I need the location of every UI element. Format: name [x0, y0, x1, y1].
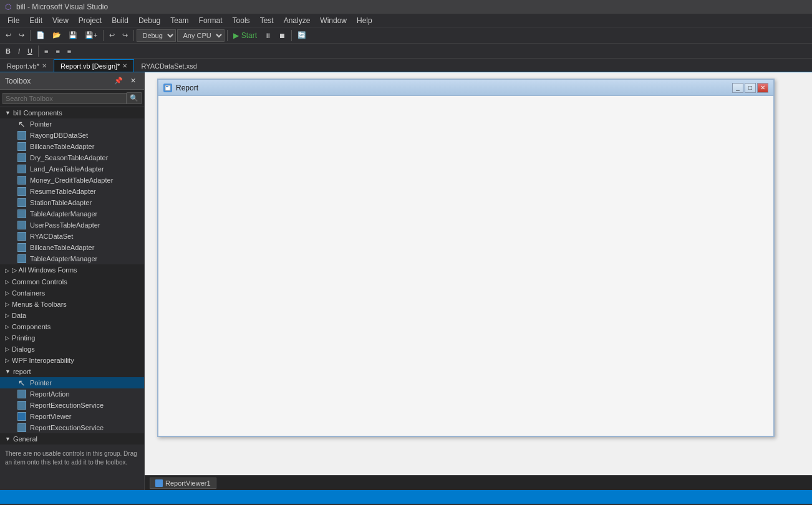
section-containers[interactable]: ▷ Containers: [0, 287, 144, 299]
menu-test[interactable]: Test: [255, 15, 279, 26]
toolbox-item-report-action[interactable]: ReportAction: [0, 388, 144, 400]
menu-edit[interactable]: Edit: [24, 15, 47, 26]
tb-save[interactable]: 💾: [65, 29, 80, 41]
debug-config-dropdown[interactable]: Debug: [137, 29, 176, 42]
menu-project[interactable]: Project: [74, 15, 107, 26]
tab-label: Report.vb*: [7, 62, 39, 70]
toolbox-item-rayong[interactable]: RayongDBDataSet: [0, 130, 144, 141]
toolbox-item-pointer-report[interactable]: ↖ Pointer: [0, 377, 144, 388]
tb-forward[interactable]: ↪: [16, 29, 27, 41]
tb2-sep1: [38, 46, 39, 57]
item-label: StationTableAdapter: [30, 199, 92, 206]
component-icon: [17, 254, 26, 263]
tb2-underline[interactable]: U: [24, 46, 36, 57]
tb-saveall[interactable]: 💾+: [82, 29, 100, 41]
start-button[interactable]: ▶ Start: [230, 29, 260, 42]
menu-view[interactable]: View: [47, 15, 74, 26]
tb2-align-center[interactable]: ≡: [52, 46, 62, 57]
item-label: ReportExecutionService: [30, 402, 104, 409]
tb-back[interactable]: ↩: [2, 29, 14, 41]
toolbox-item-ryac[interactable]: RYACDataSet: [0, 231, 144, 242]
component-icon: [17, 390, 26, 398]
vs-logo: ⬡: [5, 2, 11, 11]
toolbox-header: Toolbox 📌 ✕: [0, 72, 144, 90]
tb-refresh[interactable]: 🔄: [294, 29, 309, 41]
form-controls: _ □ ✕: [732, 83, 768, 93]
menu-file[interactable]: File: [2, 15, 24, 26]
menu-analyze[interactable]: Analyze: [279, 15, 316, 26]
tab-ryac-dataset[interactable]: RYACDataSet.xsd: [134, 59, 203, 72]
menu-window[interactable]: Window: [315, 15, 352, 26]
toolbox-item-dry-season[interactable]: Dry_SeasonTableAdapter: [0, 152, 144, 163]
form-window: Report _ □ ✕: [157, 79, 775, 437]
tb2-align-left[interactable]: ≡: [41, 46, 51, 57]
item-label: ReportExecutionService: [30, 424, 104, 431]
section-report[interactable]: ▼ report: [0, 366, 144, 377]
form-close-button[interactable]: ✕: [757, 83, 768, 93]
tb-redo[interactable]: ↪: [119, 29, 131, 41]
section-printing[interactable]: ▷ Printing: [0, 332, 144, 344]
toolbox-item-billcane1[interactable]: BillcaneTableAdapter: [0, 141, 144, 152]
toolbox-item-report-exec-svc1[interactable]: ReportExecutionService: [0, 400, 144, 411]
reportviewer1-component[interactable]: ReportViewer1: [150, 478, 216, 489]
section-arrow: ▷: [5, 346, 9, 352]
search-button[interactable]: 🔍: [127, 92, 142, 104]
section-label: Menus & Toolbars: [12, 301, 67, 308]
tab-report-design[interactable]: Report.vb [Design]* ✕: [54, 59, 134, 72]
section-common-controls[interactable]: ▷ Common Controls: [0, 276, 144, 287]
item-label: Pointer: [30, 379, 52, 387]
menu-team[interactable]: Team: [165, 15, 193, 26]
tb-undo[interactable]: ↩: [106, 29, 118, 41]
tb2-bold[interactable]: B: [2, 46, 14, 57]
menu-debug[interactable]: Debug: [133, 15, 165, 26]
menu-build[interactable]: Build: [107, 15, 133, 26]
toolbox-item-billcane2[interactable]: BillcaneTableAdapter: [0, 242, 144, 253]
tab-report-vb[interactable]: Report.vb* ✕: [0, 59, 54, 72]
toolbox-item-land-area[interactable]: Land_AreaTableAdapter: [0, 163, 144, 175]
toolbox-close[interactable]: ✕: [127, 75, 139, 87]
section-arrow: ▷: [5, 290, 9, 296]
form-body[interactable]: [158, 96, 773, 436]
toolbox-item-money-credit[interactable]: Money_CreditTableAdapter: [0, 175, 144, 186]
design-canvas[interactable]: Report _ □ ✕: [145, 72, 812, 475]
section-dialogs[interactable]: ▷ Dialogs: [0, 344, 144, 355]
menu-format[interactable]: Format: [194, 15, 228, 26]
toolbox-item-station[interactable]: StationTableAdapter: [0, 197, 144, 208]
section-menus-toolbars[interactable]: ▷ Menus & Toolbars: [0, 299, 144, 310]
tb2-align-right[interactable]: ≡: [64, 46, 74, 57]
tab-close-report-design[interactable]: ✕: [122, 62, 127, 69]
tb-new[interactable]: 📄: [33, 29, 48, 41]
section-arrow: ▷: [5, 312, 9, 319]
toolbox-item-report-viewer[interactable]: ReportViewer: [0, 411, 144, 422]
tb2-italic[interactable]: I: [15, 46, 23, 57]
section-data[interactable]: ▷ Data: [0, 310, 144, 321]
toolbox-item-pointer-bill[interactable]: ↖ Pointer: [0, 118, 144, 130]
tb-open[interactable]: 📂: [49, 29, 64, 41]
component-icon: [17, 243, 26, 252]
section-general[interactable]: ▼ General: [0, 433, 144, 445]
form-minimize-button[interactable]: _: [732, 83, 743, 93]
stop-button[interactable]: ⏹: [276, 30, 289, 41]
form-titlebar: Report _ □ ✕: [158, 80, 773, 96]
toolbox-item-resume[interactable]: ResumeTableAdapter: [0, 186, 144, 197]
toolbox-item-tableadaptermanager1[interactable]: TableAdapterManager: [0, 208, 144, 219]
section-bill-components[interactable]: ▼ bill Components: [0, 107, 144, 118]
designer-area: Report _ □ ✕ ReportViewer1: [145, 72, 812, 490]
section-arrow: ▷: [5, 324, 9, 330]
toolbox-item-userpass[interactable]: UserPassTableAdapter: [0, 219, 144, 231]
menu-help[interactable]: Help: [352, 15, 377, 26]
toolbox-item-report-exec-svc2[interactable]: ReportExecutionService: [0, 422, 144, 433]
section-label: report: [13, 368, 31, 375]
section-all-windows-forms[interactable]: ▷ ▷ All Windows Forms: [0, 264, 144, 276]
section-components[interactable]: ▷ Components: [0, 321, 144, 332]
toolbox-item-tableadaptermanager2[interactable]: TableAdapterManager: [0, 253, 144, 264]
menu-tools[interactable]: Tools: [228, 15, 255, 26]
pause-button[interactable]: ⏸: [261, 30, 274, 41]
tab-close-report-vb[interactable]: ✕: [42, 62, 47, 69]
section-wpf-interop[interactable]: ▷ WPF Interoperability: [0, 355, 144, 366]
search-input[interactable]: [2, 93, 127, 104]
form-maximize-button[interactable]: □: [745, 83, 756, 93]
component-label: ReportViewer1: [165, 479, 211, 487]
toolbox-pin[interactable]: 📌: [111, 75, 126, 87]
platform-dropdown[interactable]: Any CPU: [177, 29, 225, 42]
